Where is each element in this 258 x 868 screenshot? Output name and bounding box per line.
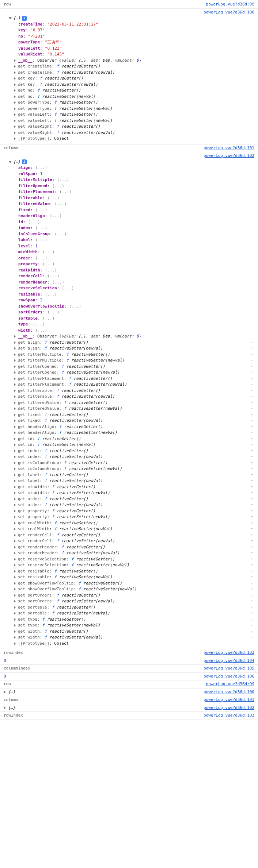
own-prop[interactable]: renderCell: (...) <box>18 273 254 279</box>
accessor-line[interactable]: get powerType: f reactiveGetter() <box>14 100 254 106</box>
expand-icon[interactable] <box>14 516 16 518</box>
accessor-line[interactable]: get renderCell: f reactiveGetter() <box>14 532 254 539</box>
expand-icon[interactable] <box>14 498 16 501</box>
prop-value[interactable]: (...) <box>47 274 59 278</box>
accessor-line[interactable]: get align: f reactiveGetter() <box>14 340 254 346</box>
accessor-line[interactable]: get headerAlign: f reactiveGetter() <box>14 424 254 430</box>
accessor-line[interactable]: set index: f reactiveSetter(newVal) <box>14 454 254 460</box>
expand-icon[interactable] <box>14 504 16 506</box>
own-prop[interactable]: key: "0.37" <box>18 27 254 34</box>
expand-icon[interactable] <box>14 624 16 627</box>
chevron-down-icon[interactable]: ▾ <box>251 406 253 411</box>
expand-icon[interactable] <box>14 113 16 116</box>
own-prop[interactable]: label: (...) <box>18 237 254 243</box>
own-prop[interactable]: level: 1 <box>18 243 254 250</box>
prop-value[interactable]: (...) <box>60 189 72 194</box>
collapsed-object[interactable]: {…} <box>4 689 15 695</box>
prop-value[interactable]: (...) <box>45 292 57 297</box>
chevron-down-icon[interactable]: ▾ <box>251 502 253 508</box>
prop-value[interactable]: (...) <box>69 304 81 309</box>
accessor-line[interactable]: set order: f reactiveSetter(newVal) <box>14 502 254 508</box>
own-prop[interactable]: realWidth: (...) <box>18 267 254 274</box>
prop-value[interactable]: (...) <box>50 213 62 218</box>
chevron-down-icon[interactable]: ▾ <box>251 364 253 369</box>
own-prop[interactable]: minWidth: (...) <box>18 249 254 255</box>
prop-value[interactable]: (...) <box>28 220 40 224</box>
chevron-down-icon[interactable]: ▾ <box>251 575 253 580</box>
accessor-line[interactable]: get fixed: f reactiveGetter() <box>14 412 254 418</box>
expand-icon[interactable] <box>14 642 16 645</box>
expand-icon[interactable] <box>14 341 16 344</box>
accessor-line[interactable]: get filterable: f reactiveGetter() <box>14 388 254 394</box>
accessor-line[interactable]: set valueLeft: f reactiveSetter(newVal) <box>14 118 254 124</box>
accessor-line[interactable]: set isColumnGroup: f reactiveSetter(newV… <box>14 466 254 472</box>
own-prop[interactable]: valueLeft: "0.123" <box>18 46 254 52</box>
prop-value[interactable]: (...) <box>35 165 47 170</box>
expand-icon[interactable] <box>14 474 16 477</box>
chevron-down-icon[interactable]: ▾ <box>251 611 253 616</box>
chevron-down-icon[interactable]: ▾ <box>251 581 253 586</box>
chevron-down-icon[interactable]: ▾ <box>251 557 253 562</box>
chevron-down-icon[interactable]: ▾ <box>251 436 253 441</box>
accessor-line[interactable]: get minWidth: f reactiveGetter() <box>14 484 254 490</box>
own-prop[interactable]: reserveSelection: (...) <box>18 285 254 292</box>
chevron-down-icon[interactable]: ▾ <box>251 545 253 550</box>
accessor-line[interactable]: get showOverflowTooltip: f reactiveGette… <box>14 580 254 587</box>
expand-icon[interactable] <box>14 119 16 122</box>
expand-icon[interactable] <box>14 101 16 104</box>
expand-icon[interactable] <box>14 467 16 470</box>
chevron-down-icon[interactable]: ▾ <box>251 466 253 471</box>
chevron-down-icon[interactable]: ▾ <box>251 593 253 598</box>
accessor-line[interactable]: set resizable: f reactiveSetter(newVal) <box>14 574 254 580</box>
accessor-line[interactable]: get property: f reactiveGetter() <box>14 508 254 514</box>
expand-icon[interactable] <box>14 407 16 410</box>
accessor-line[interactable]: set filterPlacement: f reactiveSetter(ne… <box>14 382 254 388</box>
chevron-down-icon[interactable]: ▾ <box>251 521 253 526</box>
expand-icon[interactable] <box>14 353 16 356</box>
source-link[interactable]: powerLog.vue?d36d:99 <box>206 681 254 687</box>
chevron-down-icon[interactable]: ▾ <box>251 605 253 610</box>
expand-icon[interactable] <box>14 107 16 110</box>
chevron-down-icon[interactable]: ▾ <box>251 617 253 622</box>
chevron-down-icon[interactable]: ▾ <box>251 635 253 640</box>
chevron-down-icon[interactable]: ▾ <box>251 569 253 574</box>
own-prop[interactable]: sortOrders: (...) <box>18 309 254 316</box>
prop-value[interactable]: (...) <box>54 232 67 236</box>
expand-icon[interactable] <box>14 558 16 561</box>
expand-icon[interactable] <box>14 570 16 573</box>
source-link[interactable]: powerLog.vue?d36d:103 <box>204 650 254 656</box>
accessor-line[interactable]: get id: f reactiveGetter() <box>14 436 254 442</box>
source-link[interactable]: powerLog.vue?d36d:100 <box>204 10 254 15</box>
chevron-down-icon[interactable]: ▾ <box>251 509 253 514</box>
chevron-down-icon[interactable]: ▾ <box>251 382 253 387</box>
expand-icon[interactable] <box>14 576 16 579</box>
accessor-line[interactable]: get sortOrders: f reactiveGetter() <box>14 593 254 599</box>
expand-icon[interactable] <box>14 486 16 489</box>
chevron-down-icon[interactable]: ▾ <box>251 533 253 538</box>
own-prop[interactable]: showOverflowTooltip: (...) <box>18 304 254 310</box>
prop-value[interactable]: (...) <box>54 201 67 206</box>
accessor-line[interactable]: set id: f reactiveSetter(newVal) <box>14 442 254 448</box>
accessor-line[interactable]: set powerType: f reactiveSetter(newVal) <box>14 106 254 112</box>
accessor-line[interactable]: get index: f reactiveGetter() <box>14 448 254 454</box>
expand-icon[interactable] <box>14 425 16 428</box>
accessor-line[interactable]: set width: f reactiveSetter(newVal) <box>14 634 254 641</box>
own-prop[interactable]: width: (...) <box>18 328 254 334</box>
chevron-down-icon[interactable]: ▾ <box>251 448 253 454</box>
accessor-line[interactable]: set label: f reactiveSetter(newVal) <box>14 478 254 484</box>
accessor-line[interactable]: get label: f reactiveGetter() <box>14 472 254 478</box>
info-icon[interactable]: i <box>22 16 27 21</box>
own-prop[interactable]: align: (...) <box>18 165 254 171</box>
prototype-line[interactable]: [[Prototype]]: Object <box>14 641 254 647</box>
chevron-down-icon[interactable]: ▾ <box>251 454 253 459</box>
own-prop[interactable]: headerAlign: (...) <box>18 213 254 219</box>
source-link[interactable]: powerLog.vue?d36d:106 <box>204 674 254 680</box>
prop-value[interactable]: (...) <box>42 262 54 266</box>
accessor-line[interactable]: get valueLeft: f reactiveGetter() <box>14 112 254 118</box>
accessor-line[interactable]: get createTime: f reactiveGetter() <box>14 63 254 70</box>
accessor-line[interactable]: set filterOpened: f reactiveSetter(newVa… <box>14 370 254 376</box>
expand-icon[interactable] <box>14 630 16 633</box>
accessor-line[interactable]: get filterPlacement: f reactiveGetter() <box>14 376 254 382</box>
own-prop[interactable]: sortable: (...) <box>18 316 254 322</box>
expand-icon[interactable] <box>14 77 16 80</box>
